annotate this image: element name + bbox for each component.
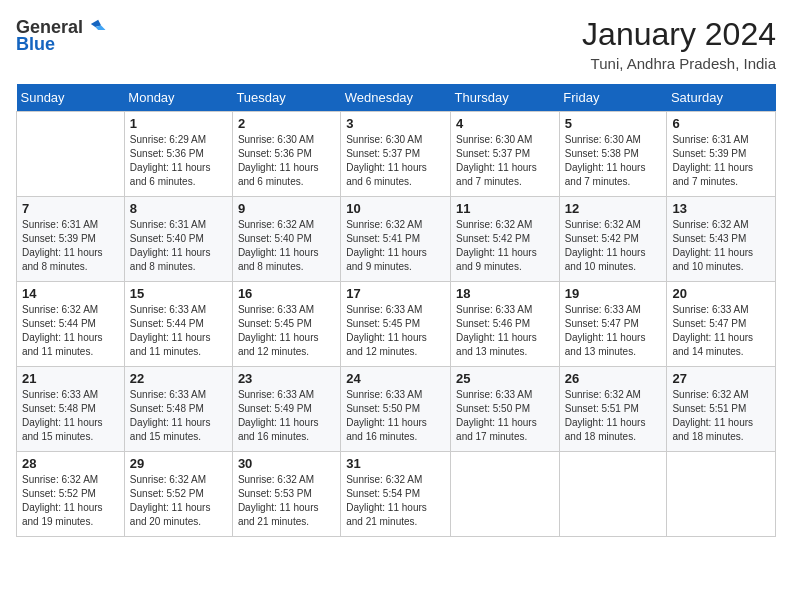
day-number: 31	[346, 456, 445, 471]
calendar-cell: 12Sunrise: 6:32 AM Sunset: 5:42 PM Dayli…	[559, 197, 667, 282]
column-header-monday: Monday	[124, 84, 232, 112]
column-header-friday: Friday	[559, 84, 667, 112]
day-number: 15	[130, 286, 227, 301]
day-info: Sunrise: 6:32 AM Sunset: 5:54 PM Dayligh…	[346, 473, 445, 529]
day-info: Sunrise: 6:33 AM Sunset: 5:50 PM Dayligh…	[456, 388, 554, 444]
day-info: Sunrise: 6:30 AM Sunset: 5:37 PM Dayligh…	[456, 133, 554, 189]
column-header-saturday: Saturday	[667, 84, 776, 112]
calendar-cell: 9Sunrise: 6:32 AM Sunset: 5:40 PM Daylig…	[232, 197, 340, 282]
day-number: 12	[565, 201, 662, 216]
day-info: Sunrise: 6:32 AM Sunset: 5:41 PM Dayligh…	[346, 218, 445, 274]
calendar-week-2: 14Sunrise: 6:32 AM Sunset: 5:44 PM Dayli…	[17, 282, 776, 367]
day-info: Sunrise: 6:33 AM Sunset: 5:45 PM Dayligh…	[238, 303, 335, 359]
day-number: 13	[672, 201, 770, 216]
calendar-cell: 30Sunrise: 6:32 AM Sunset: 5:53 PM Dayli…	[232, 452, 340, 537]
day-number: 30	[238, 456, 335, 471]
day-number: 29	[130, 456, 227, 471]
day-info: Sunrise: 6:33 AM Sunset: 5:48 PM Dayligh…	[130, 388, 227, 444]
calendar-cell	[559, 452, 667, 537]
column-header-wednesday: Wednesday	[341, 84, 451, 112]
calendar-cell: 11Sunrise: 6:32 AM Sunset: 5:42 PM Dayli…	[451, 197, 560, 282]
day-info: Sunrise: 6:33 AM Sunset: 5:47 PM Dayligh…	[565, 303, 662, 359]
day-number: 18	[456, 286, 554, 301]
day-info: Sunrise: 6:29 AM Sunset: 5:36 PM Dayligh…	[130, 133, 227, 189]
day-info: Sunrise: 6:32 AM Sunset: 5:51 PM Dayligh…	[672, 388, 770, 444]
page-header: General Blue January 2024 Tuni, Andhra P…	[16, 16, 776, 72]
day-info: Sunrise: 6:32 AM Sunset: 5:52 PM Dayligh…	[22, 473, 119, 529]
day-number: 10	[346, 201, 445, 216]
day-number: 27	[672, 371, 770, 386]
calendar-cell: 8Sunrise: 6:31 AM Sunset: 5:40 PM Daylig…	[124, 197, 232, 282]
calendar-cell: 2Sunrise: 6:30 AM Sunset: 5:36 PM Daylig…	[232, 112, 340, 197]
day-info: Sunrise: 6:32 AM Sunset: 5:42 PM Dayligh…	[456, 218, 554, 274]
day-info: Sunrise: 6:32 AM Sunset: 5:44 PM Dayligh…	[22, 303, 119, 359]
calendar-week-3: 21Sunrise: 6:33 AM Sunset: 5:48 PM Dayli…	[17, 367, 776, 452]
day-number: 5	[565, 116, 662, 131]
day-info: Sunrise: 6:32 AM Sunset: 5:51 PM Dayligh…	[565, 388, 662, 444]
svg-marker-0	[91, 20, 101, 27]
day-number: 14	[22, 286, 119, 301]
calendar-cell: 14Sunrise: 6:32 AM Sunset: 5:44 PM Dayli…	[17, 282, 125, 367]
calendar-cell	[451, 452, 560, 537]
day-number: 28	[22, 456, 119, 471]
day-info: Sunrise: 6:33 AM Sunset: 5:45 PM Dayligh…	[346, 303, 445, 359]
calendar-cell: 17Sunrise: 6:33 AM Sunset: 5:45 PM Dayli…	[341, 282, 451, 367]
day-number: 1	[130, 116, 227, 131]
day-info: Sunrise: 6:32 AM Sunset: 5:40 PM Dayligh…	[238, 218, 335, 274]
calendar-cell: 26Sunrise: 6:32 AM Sunset: 5:51 PM Dayli…	[559, 367, 667, 452]
calendar-body: 1Sunrise: 6:29 AM Sunset: 5:36 PM Daylig…	[17, 112, 776, 537]
calendar-cell: 29Sunrise: 6:32 AM Sunset: 5:52 PM Dayli…	[124, 452, 232, 537]
month-title: January 2024	[582, 16, 776, 53]
location-title: Tuni, Andhra Pradesh, India	[582, 55, 776, 72]
calendar-cell: 13Sunrise: 6:32 AM Sunset: 5:43 PM Dayli…	[667, 197, 776, 282]
calendar-cell: 4Sunrise: 6:30 AM Sunset: 5:37 PM Daylig…	[451, 112, 560, 197]
calendar-week-1: 7Sunrise: 6:31 AM Sunset: 5:39 PM Daylig…	[17, 197, 776, 282]
logo: General Blue	[16, 16, 107, 55]
calendar-cell: 5Sunrise: 6:30 AM Sunset: 5:38 PM Daylig…	[559, 112, 667, 197]
day-number: 11	[456, 201, 554, 216]
calendar-cell: 1Sunrise: 6:29 AM Sunset: 5:36 PM Daylig…	[124, 112, 232, 197]
day-info: Sunrise: 6:30 AM Sunset: 5:38 PM Dayligh…	[565, 133, 662, 189]
day-number: 22	[130, 371, 227, 386]
calendar-cell: 10Sunrise: 6:32 AM Sunset: 5:41 PM Dayli…	[341, 197, 451, 282]
day-info: Sunrise: 6:33 AM Sunset: 5:50 PM Dayligh…	[346, 388, 445, 444]
day-info: Sunrise: 6:31 AM Sunset: 5:39 PM Dayligh…	[22, 218, 119, 274]
day-info: Sunrise: 6:32 AM Sunset: 5:42 PM Dayligh…	[565, 218, 662, 274]
day-number: 21	[22, 371, 119, 386]
day-number: 6	[672, 116, 770, 131]
day-info: Sunrise: 6:33 AM Sunset: 5:44 PM Dayligh…	[130, 303, 227, 359]
day-info: Sunrise: 6:33 AM Sunset: 5:47 PM Dayligh…	[672, 303, 770, 359]
day-number: 7	[22, 201, 119, 216]
day-info: Sunrise: 6:32 AM Sunset: 5:43 PM Dayligh…	[672, 218, 770, 274]
day-number: 16	[238, 286, 335, 301]
calendar-table: SundayMondayTuesdayWednesdayThursdayFrid…	[16, 84, 776, 537]
calendar-cell: 28Sunrise: 6:32 AM Sunset: 5:52 PM Dayli…	[17, 452, 125, 537]
day-number: 20	[672, 286, 770, 301]
calendar-cell	[17, 112, 125, 197]
day-number: 17	[346, 286, 445, 301]
calendar-cell: 27Sunrise: 6:32 AM Sunset: 5:51 PM Dayli…	[667, 367, 776, 452]
day-info: Sunrise: 6:30 AM Sunset: 5:36 PM Dayligh…	[238, 133, 335, 189]
column-header-tuesday: Tuesday	[232, 84, 340, 112]
calendar-header-row: SundayMondayTuesdayWednesdayThursdayFrid…	[17, 84, 776, 112]
calendar-cell	[667, 452, 776, 537]
day-info: Sunrise: 6:33 AM Sunset: 5:48 PM Dayligh…	[22, 388, 119, 444]
day-info: Sunrise: 6:30 AM Sunset: 5:37 PM Dayligh…	[346, 133, 445, 189]
calendar-cell: 20Sunrise: 6:33 AM Sunset: 5:47 PM Dayli…	[667, 282, 776, 367]
calendar-cell: 23Sunrise: 6:33 AM Sunset: 5:49 PM Dayli…	[232, 367, 340, 452]
day-number: 4	[456, 116, 554, 131]
calendar-cell: 3Sunrise: 6:30 AM Sunset: 5:37 PM Daylig…	[341, 112, 451, 197]
day-number: 9	[238, 201, 335, 216]
column-header-sunday: Sunday	[17, 84, 125, 112]
calendar-cell: 15Sunrise: 6:33 AM Sunset: 5:44 PM Dayli…	[124, 282, 232, 367]
logo-blue: Blue	[16, 34, 55, 55]
day-number: 26	[565, 371, 662, 386]
calendar-cell: 21Sunrise: 6:33 AM Sunset: 5:48 PM Dayli…	[17, 367, 125, 452]
day-info: Sunrise: 6:33 AM Sunset: 5:49 PM Dayligh…	[238, 388, 335, 444]
day-info: Sunrise: 6:32 AM Sunset: 5:53 PM Dayligh…	[238, 473, 335, 529]
day-number: 3	[346, 116, 445, 131]
day-number: 23	[238, 371, 335, 386]
calendar-cell: 7Sunrise: 6:31 AM Sunset: 5:39 PM Daylig…	[17, 197, 125, 282]
day-number: 19	[565, 286, 662, 301]
column-header-thursday: Thursday	[451, 84, 560, 112]
